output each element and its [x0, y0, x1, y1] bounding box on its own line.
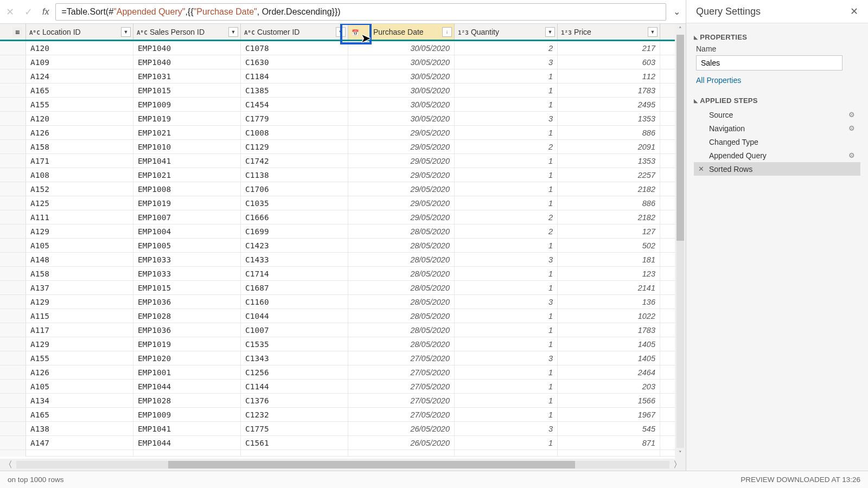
column-header-location[interactable]: AᴮCLocation ID ▼	[26, 24, 133, 40]
cell-date[interactable]: 29/05/2020	[348, 182, 455, 196]
cell-customer[interactable]: C1423	[241, 239, 348, 252]
cell-salesperson[interactable]: EMP1015	[133, 281, 241, 294]
cell-date[interactable]: 30/05/2020	[348, 84, 455, 97]
cell-price[interactable]: 886	[558, 196, 660, 210]
scroll-thumb[interactable]	[168, 461, 575, 468]
table-row[interactable]: A129EMP1036C116028/05/20203136	[0, 295, 686, 309]
table-row[interactable]: A117EMP1036C100728/05/202011783	[0, 323, 686, 337]
cell-location[interactable]: A171	[26, 154, 133, 168]
table-row[interactable]: A105EMP1044C114427/05/20201203	[0, 380, 686, 394]
cell-location[interactable]: A129	[26, 224, 133, 238]
cell-location[interactable]: A165	[26, 84, 133, 97]
cell-location[interactable]: A155	[26, 98, 133, 111]
cell-date[interactable]: 28/05/2020	[348, 267, 455, 280]
cell-customer[interactable]: C1343	[241, 351, 348, 365]
cell-salesperson[interactable]: EMP1019	[133, 112, 241, 125]
scroll-right-icon[interactable]: 〉	[669, 459, 686, 471]
cell-location[interactable]: A125	[26, 196, 133, 210]
table-row[interactable]: A147EMP1044C156126/05/20201871	[0, 436, 686, 450]
cell-price[interactable]: 1022	[558, 309, 660, 323]
cell-location[interactable]: A134	[26, 394, 133, 407]
all-properties-link[interactable]: All Properties	[696, 76, 741, 85]
cell-quantity[interactable]: 1	[455, 154, 558, 168]
cell-customer[interactable]: C1699	[241, 224, 348, 238]
table-row[interactable]: A165EMP1015C138530/05/202011783	[0, 84, 686, 98]
cell-salesperson[interactable]: EMP1040	[133, 55, 241, 69]
cell-salesperson[interactable]: EMP1021	[133, 126, 241, 139]
cell-date[interactable]: 26/05/2020	[348, 422, 455, 435]
cell-customer[interactable]: C1078	[241, 41, 348, 55]
cell-price[interactable]: 2464	[558, 365, 660, 379]
cell-quantity[interactable]: 1	[455, 281, 558, 294]
cell-quantity[interactable]: 1	[455, 323, 558, 337]
cell-salesperson[interactable]: EMP1005	[133, 239, 241, 252]
cell-quantity[interactable]: 1	[455, 182, 558, 196]
cell-price[interactable]: 1967	[558, 408, 660, 421]
table-row[interactable]: A111EMP1007C166629/05/202022182	[0, 210, 686, 224]
cell-quantity[interactable]: 3	[455, 253, 558, 266]
cell-price[interactable]: 2257	[558, 168, 660, 182]
cell-quantity[interactable]: 3	[455, 112, 558, 125]
table-row[interactable]: A137EMP1015C168728/05/202012141	[0, 281, 686, 295]
cell-customer[interactable]: C1775	[241, 422, 348, 435]
cell-location[interactable]: A147	[26, 436, 133, 450]
cell-quantity[interactable]: 1	[455, 239, 558, 252]
sort-descending-icon[interactable]: ↓	[442, 27, 452, 37]
cell-date[interactable]: 29/05/2020	[348, 196, 455, 210]
table-row[interactable]: A158EMP1033C171428/05/20201123	[0, 267, 686, 281]
scroll-left-icon[interactable]: 〈	[0, 459, 16, 471]
cell-price[interactable]: 203	[558, 380, 660, 393]
cell-price[interactable]: 2182	[558, 182, 660, 196]
cell-location[interactable]: A105	[26, 239, 133, 252]
cell-salesperson[interactable]: EMP1044	[133, 436, 241, 450]
column-header-quantity[interactable]: 1²3Quantity ▼	[455, 24, 558, 40]
cell-quantity[interactable]: 2	[455, 224, 558, 238]
cell-date[interactable]: 27/05/2020	[348, 408, 455, 421]
cell-salesperson[interactable]: EMP1010	[133, 140, 241, 153]
select-all-icon[interactable]: ▦	[0, 24, 26, 40]
cell-price[interactable]: 2182	[558, 210, 660, 224]
cell-location[interactable]: A158	[26, 267, 133, 280]
cell-salesperson[interactable]: EMP1031	[133, 69, 241, 83]
cell-location[interactable]: A165	[26, 408, 133, 421]
gear-icon[interactable]: ⚙	[848, 151, 855, 159]
cell-location[interactable]: A109	[26, 55, 133, 69]
table-row[interactable]: A125EMP1019C103529/05/20201886	[0, 196, 686, 210]
cell-date[interactable]: 29/05/2020	[348, 154, 455, 168]
formula-input[interactable]: = Table.Sort (# "Appended Query" ,{{ "Pu…	[55, 3, 666, 21]
table-row[interactable]: A138EMP1041C177526/05/20203545	[0, 422, 686, 436]
cell-quantity[interactable]: 1	[455, 69, 558, 83]
cell-quantity[interactable]: 1	[455, 98, 558, 111]
cell-salesperson[interactable]: EMP1015	[133, 84, 241, 97]
cell-salesperson[interactable]: EMP1009	[133, 408, 241, 421]
cell-quantity[interactable]: 1	[455, 196, 558, 210]
cell-date[interactable]: 30/05/2020	[348, 55, 455, 69]
cell-customer[interactable]: C1714	[241, 267, 348, 280]
column-header-price[interactable]: 1²3Price ▼	[558, 24, 660, 40]
close-icon[interactable]: ✕	[850, 5, 858, 17]
cell-quantity[interactable]: 1	[455, 365, 558, 379]
cell-salesperson[interactable]: EMP1040	[133, 41, 241, 55]
cell-customer[interactable]: C1129	[241, 140, 348, 153]
table-row[interactable]: A171EMP1041C174229/05/202011353	[0, 154, 686, 168]
cell-salesperson[interactable]: EMP1021	[133, 168, 241, 182]
applied-step[interactable]: ✕Sorted Rows	[694, 162, 860, 176]
cell-location[interactable]: A137	[26, 281, 133, 294]
cell-quantity[interactable]: 1	[455, 394, 558, 407]
cell-salesperson[interactable]: EMP1041	[133, 422, 241, 435]
cell-location[interactable]: A108	[26, 168, 133, 182]
table-row[interactable]: A129EMP1004C169928/05/20202127	[0, 224, 686, 239]
cell-salesperson[interactable]: EMP1009	[133, 98, 241, 111]
cell-salesperson[interactable]: EMP1004	[133, 224, 241, 238]
cell-salesperson[interactable]: EMP1007	[133, 210, 241, 224]
cell-salesperson[interactable]: EMP1001	[133, 365, 241, 379]
cell-quantity[interactable]: 1	[455, 267, 558, 280]
cell-price[interactable]: 2141	[558, 281, 660, 294]
cell-quantity[interactable]: 2	[455, 210, 558, 224]
gear-icon[interactable]: ⚙	[848, 124, 855, 132]
cell-customer[interactable]: C1706	[241, 182, 348, 196]
cell-customer[interactable]: C1035	[241, 196, 348, 210]
cell-date[interactable]: 28/05/2020	[348, 239, 455, 252]
cell-quantity[interactable]: 3	[455, 351, 558, 365]
cell-price[interactable]: 603	[558, 55, 660, 69]
